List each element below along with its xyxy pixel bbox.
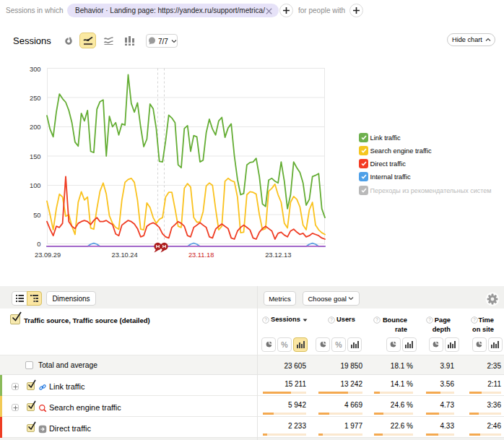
- svg-text:23.11.18: 23.11.18: [188, 251, 214, 259]
- svg-text:23.10.24: 23.10.24: [111, 251, 137, 259]
- svg-text:150: 150: [30, 153, 41, 160]
- svg-text:23.12.13: 23.12.13: [265, 251, 291, 259]
- svg-text:?: ?: [330, 317, 333, 322]
- svg-text:250: 250: [30, 95, 41, 102]
- svg-text:200: 200: [30, 124, 41, 131]
- svg-text:100: 100: [30, 182, 41, 189]
- svg-text:300: 300: [30, 66, 41, 73]
- svg-text:50: 50: [33, 212, 40, 219]
- svg-text:?: ?: [264, 317, 267, 322]
- svg-text:0: 0: [37, 241, 40, 248]
- svg-text:23.09.29: 23.09.29: [35, 251, 61, 259]
